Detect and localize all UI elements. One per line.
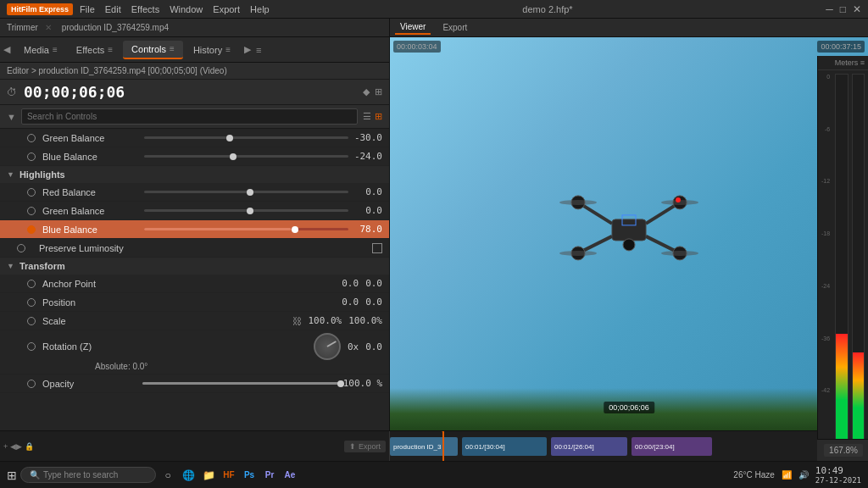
menu-export[interactable]: Export <box>213 4 240 14</box>
tab-history-menu-icon[interactable]: ≡ <box>225 45 231 54</box>
shadows-blue-dot[interactable] <box>27 152 36 161</box>
export-button[interactable]: ⬆ Export <box>344 441 386 452</box>
anchor-point-x[interactable]: 0.0 <box>342 278 359 289</box>
taskbar-icon-file[interactable]: 📁 <box>200 467 217 484</box>
opacity-dot[interactable] <box>27 380 36 388</box>
taskbar-icon-cortana[interactable]: ○ <box>159 467 176 484</box>
svg-point-14 <box>676 197 681 202</box>
menu-effects[interactable]: Effects <box>131 4 159 14</box>
highlights-green-slider[interactable] <box>144 205 348 217</box>
menu-file[interactable]: File <box>80 4 95 14</box>
track-add-icon[interactable]: + <box>3 442 8 451</box>
taskbar-icon-pp[interactable]: Pr <box>261 467 278 484</box>
preserve-luminosity-checkbox[interactable] <box>372 243 382 253</box>
nav-arrow-next[interactable]: ▶ <box>244 44 251 55</box>
taskbar-icon-ps[interactable]: Ps <box>241 467 258 484</box>
meter-right <box>852 74 865 439</box>
grid-view-icon[interactable]: ⊞ <box>375 111 382 122</box>
position-x[interactable]: 0.0 <box>342 297 359 308</box>
shadows-green-slider[interactable] <box>144 132 348 144</box>
scale-x[interactable]: 100.0% <box>309 315 342 326</box>
highlights-label: Highlights <box>19 169 65 180</box>
shadows-green-label: Green Balance <box>42 133 144 143</box>
close-button[interactable]: ✕ <box>853 3 861 15</box>
controls-scroll[interactable]: Green Balance -30.0 Blue Balance -24.0 <box>0 129 389 461</box>
highlights-red-dot[interactable] <box>27 188 36 197</box>
clip-2-label: 00:01/[30:04] <box>465 443 505 451</box>
track-right[interactable]: production ID_3 00:01/[30:04] 00:01/[26:… <box>390 431 817 461</box>
track-clip-2[interactable]: 00:01/[30:04] <box>462 437 547 456</box>
rotation-dial[interactable] <box>314 333 341 360</box>
meter-left-fill <box>836 334 847 439</box>
viewer-tabs: Viewer Export <box>390 19 868 37</box>
viewer-zoom-right[interactable]: 167.8% <box>824 444 863 457</box>
track-clip-1[interactable]: production ID_3 <box>390 437 458 456</box>
position-dot[interactable] <box>27 298 36 307</box>
panel-menu-icon[interactable]: ≡ <box>256 45 261 55</box>
preserve-luminosity-dot[interactable] <box>17 244 25 252</box>
tab-media-menu-icon[interactable]: ≡ <box>53 45 58 54</box>
highlights-red-slider[interactable] <box>144 186 348 198</box>
taskbar-icon-hitfilm[interactable]: HF <box>220 467 237 484</box>
rotation-values: 0x 0.0 <box>348 341 382 352</box>
highlights-green-row: Green Balance 0.0 <box>0 202 389 220</box>
timeline-tracks: + ◀▶ 🔒 ⬆ Export production ID_3 00:01/[3… <box>0 430 817 461</box>
highlights-arrow: ▼ <box>7 170 14 179</box>
track-clip-3[interactable]: 00:01/[26:04] <box>551 437 627 456</box>
highlights-blue-row[interactable]: Blue Balance 78.0 <box>0 220 389 239</box>
tab-viewer[interactable]: Viewer <box>395 20 431 35</box>
opacity-slider[interactable] <box>142 378 342 390</box>
left-panel: Trimmer ✕ production ID_3764259.mp4 ◀ Me… <box>0 19 390 461</box>
position-values: 0.0 0.0 <box>342 297 382 308</box>
tab-effects-menu-icon[interactable]: ≡ <box>108 45 113 54</box>
tab-history-label: History <box>193 45 222 55</box>
shadows-blue-slider[interactable] <box>144 151 348 163</box>
highlights-blue-slider[interactable] <box>144 224 348 236</box>
timecode-display[interactable]: 00;00;06;06 <box>24 83 125 101</box>
scale-link-icon[interactable]: ⛓ <box>292 316 302 326</box>
tab-history[interactable]: History ≡ <box>185 42 239 58</box>
anchor-point-y[interactable]: 0.0 <box>365 278 382 289</box>
meters-header[interactable]: Meters ≡ <box>818 56 868 70</box>
minimize-button[interactable]: ─ <box>826 3 833 15</box>
timeline-playhead[interactable] <box>442 431 444 461</box>
viewer-timecode-start: 00:00:03:04 <box>393 41 441 53</box>
shadows-blue-row: Blue Balance -24.0 <box>0 147 389 166</box>
maximize-button[interactable]: □ <box>840 3 846 15</box>
menu-window[interactable]: Window <box>170 4 203 14</box>
menu-help[interactable]: Help <box>250 4 270 14</box>
keyframe-icon[interactable]: ◆ <box>363 86 370 97</box>
tab-media[interactable]: Media ≡ <box>15 42 66 58</box>
shadows-green-dot[interactable] <box>27 134 36 142</box>
scale-dot[interactable] <box>27 317 36 325</box>
track-clip-4[interactable]: 00:00/[23:04] <box>632 437 712 456</box>
nav-arrow-prev[interactable]: ◀ <box>3 44 10 55</box>
rotation-degrees[interactable]: 0.0 <box>365 341 382 352</box>
svg-rect-0 <box>612 219 646 241</box>
list-view-icon[interactable]: ☰ <box>363 111 371 122</box>
transform-section-header[interactable]: ▼ Transform <box>0 258 389 274</box>
panel-layout-icon[interactable]: ⊞ <box>375 86 382 97</box>
menu-edit[interactable]: Edit <box>105 4 121 14</box>
rotation-absolute: Absolute: 0.0° <box>27 360 382 371</box>
search-input[interactable] <box>21 108 358 125</box>
track-toggle[interactable]: ◀▶ <box>10 442 22 451</box>
tab-controls-menu-icon[interactable]: ≡ <box>170 44 175 53</box>
tab-controls[interactable]: Controls ≡ <box>123 41 183 59</box>
taskbar-icon-ae[interactable]: Ae <box>281 467 298 484</box>
highlights-blue-dot[interactable] <box>27 225 36 234</box>
highlights-section-header[interactable]: ▼ Highlights <box>0 166 389 183</box>
track-lock-icon[interactable]: 🔒 <box>25 442 34 451</box>
anchor-point-dot[interactable] <box>27 280 36 288</box>
position-y[interactable]: 0.0 <box>365 297 382 308</box>
rotation-turns[interactable]: 0x <box>348 341 359 352</box>
meters-bar-area: 0 -6 -12 -18 -24 -36 -42 -48 <box>818 70 868 439</box>
taskbar-icon-browser[interactable]: 🌐 <box>180 467 197 484</box>
highlights-green-dot[interactable] <box>27 207 36 215</box>
windows-start-icon[interactable]: ⊞ <box>7 469 17 482</box>
tab-effects[interactable]: Effects ≡ <box>68 42 121 58</box>
rotation-dot[interactable] <box>27 342 36 351</box>
scale-y[interactable]: 100.0% <box>348 315 382 326</box>
tab-export[interactable]: Export <box>437 21 472 34</box>
taskbar-search[interactable]: 🔍 Type here to search <box>20 467 156 483</box>
